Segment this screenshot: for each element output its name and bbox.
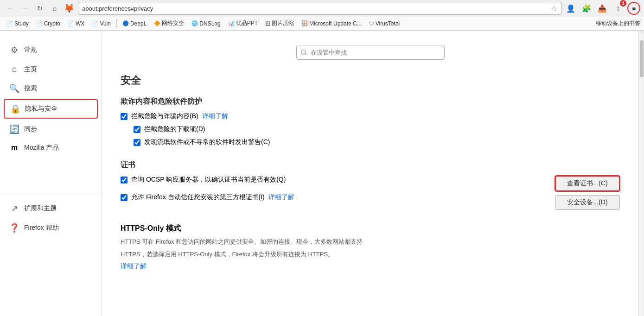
bookmark-crypto-icon: 📄 bbox=[36, 20, 43, 26]
https-title: HTTPS-Only 模式 bbox=[121, 224, 620, 234]
sidebar-item-search[interactable]: 🔍 搜索 bbox=[0, 79, 102, 98]
sidebar-item-extensions[interactable]: ↗ 扩展和主题 bbox=[0, 199, 102, 218]
lock-icon: 🔒 bbox=[10, 104, 20, 114]
cert-left: 查询 OCSP 响应服务器，以确认证书当前是否有效(Q) 允许 Firefox … bbox=[121, 176, 536, 206]
sidebar-item-help[interactable]: ❓ Firefox 帮助 bbox=[0, 218, 102, 238]
bookmark-vuln[interactable]: 📄 Vuln bbox=[89, 19, 114, 28]
bookmark-network[interactable]: 🔶 网络安全 bbox=[151, 19, 187, 28]
ocsp-label: 查询 OCSP 响应服务器，以确认证书当前是否有效(Q) bbox=[131, 176, 286, 184]
bookmark-deepl[interactable]: 🔵 DeepL bbox=[120, 19, 149, 28]
sidebar-item-home[interactable]: ⌂ 主页 bbox=[0, 60, 102, 79]
refresh-button[interactable]: ↻ bbox=[33, 2, 46, 15]
scrollbar-thumb[interactable] bbox=[640, 40, 644, 77]
sidebar-item-mozilla[interactable]: m Mozilla 产品 bbox=[0, 139, 102, 157]
settings-search-input[interactable] bbox=[296, 45, 445, 60]
address-bar[interactable]: about:preferences#privacy ☆ bbox=[78, 2, 561, 15]
bookmark-compress[interactable]: 🖼 图片压缩 bbox=[262, 19, 297, 28]
bookmark-compress-icon: 🖼 bbox=[265, 21, 270, 26]
bookmark-star[interactable]: ☆ bbox=[551, 4, 557, 13]
bookmark-msupdate-label: Microsoft Update C... bbox=[309, 20, 362, 27]
cert-content: 查询 OCSP 响应服务器，以确认证书当前是否有效(Q) 允许 Firefox … bbox=[121, 176, 620, 210]
fraud-section: 欺诈内容和危险软件防护 拦截危险与诈骗内容(B) 详细了解 拦截危险的下载项(D… bbox=[121, 97, 620, 146]
sync-icon: 🔄 bbox=[9, 124, 19, 134]
mobile-bookmarks[interactable]: 移动设备上的书签 bbox=[596, 19, 640, 27]
bookmark-ppt-icon: 📊 bbox=[228, 20, 235, 26]
toolbar-right: 👤 🧩 📥 ↕ ≡ bbox=[564, 2, 640, 15]
fraud-main-label: 拦截危险与诈骗内容(B) bbox=[131, 112, 198, 120]
bookmark-virustotal-label: VirusTotal bbox=[376, 20, 400, 27]
home-button[interactable]: ⌂ bbox=[48, 2, 61, 15]
https-learn-more-link[interactable]: 详细了解 bbox=[121, 262, 147, 270]
bookmark-deepl-label: DeepL bbox=[130, 20, 147, 27]
extensions-icon: ↗ bbox=[9, 203, 19, 214]
allow-cert-checkbox[interactable] bbox=[121, 194, 128, 201]
bookmark-crypto-label: Crypto bbox=[44, 20, 60, 27]
unwanted-software-row: 发现流氓软件或不寻常的软件时发出警告(C) bbox=[134, 138, 620, 146]
browser-chrome: ← → ↻ ⌂ 🦊 about:preferences#privacy ☆ 👤 … bbox=[0, 0, 644, 31]
bookmark-vuln-label: Vuln bbox=[100, 20, 111, 27]
sidebar-item-privacy[interactable]: 🔒 隐私与安全 bbox=[4, 99, 98, 119]
bookmark-dnslog[interactable]: 🌐 DNSLog bbox=[189, 19, 223, 28]
security-device-button[interactable]: 安全设备...(D) bbox=[555, 195, 620, 210]
account-button[interactable]: 👤 bbox=[564, 2, 577, 15]
mobile-bookmarks-label: 移动设备上的书签 bbox=[596, 20, 640, 26]
bookmark-separator-1 bbox=[116, 19, 117, 28]
main-fraud-checkbox-row: 拦截危险与诈骗内容(B) 详细了解 bbox=[121, 112, 620, 120]
bookmark-virustotal-icon: 🛡 bbox=[369, 21, 374, 26]
allow-cert-row: 允许 Firefox 自动信任您安装的第三方根证书(I) 详细了解 bbox=[121, 193, 536, 202]
search-bar-container bbox=[121, 45, 620, 60]
gear-icon: ⚙ bbox=[9, 45, 19, 55]
ocsp-checkbox[interactable] bbox=[121, 177, 128, 183]
sidebar-sync-label: 同步 bbox=[24, 125, 37, 133]
bookmark-crypto[interactable]: 📄 Crypto bbox=[33, 19, 63, 28]
title-bar: ← → ↻ ⌂ 🦊 about:preferences#privacy ☆ 👤 … bbox=[0, 0, 644, 17]
sync-button[interactable]: ↕ bbox=[612, 2, 625, 15]
bookmark-wx[interactable]: 📄 WX bbox=[65, 19, 87, 28]
bookmark-dnslog-icon: 🌐 bbox=[191, 20, 198, 26]
cert-section: 证书 查询 OCSP 响应服务器，以确认证书当前是否有效(Q) 允许 Firef… bbox=[121, 160, 620, 210]
bookmark-deepl-icon: 🔵 bbox=[122, 20, 129, 26]
mozilla-icon: m bbox=[9, 144, 19, 152]
search-icon: 🔍 bbox=[9, 83, 19, 94]
cert-section-title: 证书 bbox=[121, 160, 620, 170]
fraud-section-title: 欺诈内容和危险软件防护 bbox=[121, 97, 620, 107]
sidebar-mozilla-label: Mozilla 产品 bbox=[24, 144, 59, 152]
bookmarks-bar: 📄 Study 📄 Crypto 📄 WX 📄 Vuln 🔵 DeepL 🔶 网… bbox=[0, 17, 644, 31]
back-button[interactable]: ← bbox=[4, 2, 17, 15]
bookmark-network-icon: 🔶 bbox=[154, 20, 160, 26]
allow-cert-label: 允许 Firefox 自动信任您安装的第三方根证书(I) bbox=[131, 193, 265, 202]
bookmark-virustotal[interactable]: 🛡 VirusTotal bbox=[366, 19, 402, 28]
help-icon: ❓ bbox=[9, 223, 19, 233]
view-cert-button[interactable]: 查看证书...(C) bbox=[555, 176, 620, 191]
unwanted-software-checkbox[interactable] bbox=[134, 139, 140, 146]
dangerous-downloads-checkbox[interactable] bbox=[134, 126, 140, 133]
sidebar-home-label: 主页 bbox=[24, 65, 37, 74]
fraud-learn-more-link[interactable]: 详细了解 bbox=[202, 112, 228, 120]
cert-learn-more-link[interactable]: 详细了解 bbox=[268, 193, 294, 202]
nav-buttons: ← → ↻ ⌂ bbox=[4, 2, 61, 15]
sidebar-help-label: Firefox 帮助 bbox=[24, 224, 59, 232]
extensions-button[interactable]: 🧩 bbox=[580, 2, 593, 15]
history-button[interactable]: 📥 bbox=[596, 2, 609, 15]
unwanted-software-label: 发现流氓软件或不寻常的软件时发出警告(C) bbox=[144, 138, 270, 146]
sidebar-item-general[interactable]: ⚙ 常规 bbox=[0, 40, 102, 60]
bookmark-ppt[interactable]: 📊 优品PPT bbox=[225, 19, 261, 28]
cert-buttons: 查看证书...(C) 安全设备...(D) bbox=[555, 176, 620, 210]
ocsp-checkbox-row: 查询 OCSP 响应服务器，以确认证书当前是否有效(Q) bbox=[121, 176, 536, 184]
bookmark-study[interactable]: 📄 Study bbox=[4, 19, 32, 28]
fraud-main-checkbox[interactable] bbox=[121, 113, 128, 120]
bookmark-dnslog-label: DNSLog bbox=[199, 20, 220, 27]
sidebar-item-sync[interactable]: 🔄 同步 bbox=[0, 120, 102, 139]
url-text: about:preferences#privacy bbox=[82, 5, 153, 12]
bookmark-vuln-icon: 📄 bbox=[92, 20, 98, 26]
forward-button[interactable]: → bbox=[19, 2, 32, 15]
https-section: HTTPS-Only 模式 HTTPS 可在 Firefox 和您访问的网站之间… bbox=[121, 224, 620, 271]
https-desc-2: HTTPS，若选择启用 HTTPS-Only 模式，Firefox 将会升级所有… bbox=[121, 250, 620, 259]
scrollbar[interactable] bbox=[638, 31, 644, 316]
bookmark-msupdate[interactable]: 🪟 Microsoft Update C... bbox=[299, 19, 364, 28]
bookmark-compress-label: 图片压缩 bbox=[272, 19, 294, 27]
sidebar-bottom: ↗ 扩展和主题 ❓ Firefox 帮助 bbox=[0, 194, 102, 238]
sidebar-search-label: 搜索 bbox=[24, 84, 37, 93]
bookmark-msupdate-icon: 🪟 bbox=[301, 20, 308, 26]
menu-button[interactable]: ≡ bbox=[627, 2, 640, 15]
